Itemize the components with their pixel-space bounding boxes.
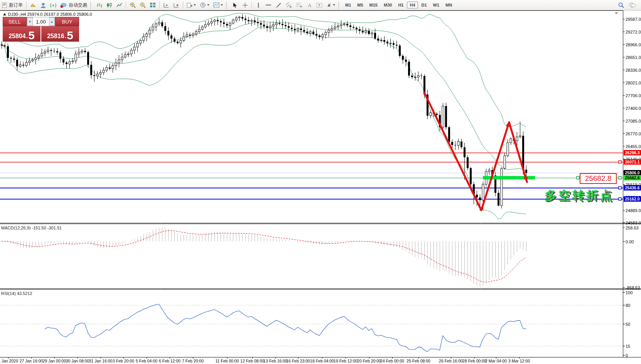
zoom-out-icon bbox=[140, 2, 146, 8]
volume-stepper: ▼ 1.00 ▲ bbox=[27, 17, 55, 26]
timeframe-h1-button[interactable]: H1 bbox=[395, 2, 406, 8]
time-axis-label: 7 Feb 20:00 bbox=[182, 359, 204, 363]
time-axis-label: 12 Feb 08:00 bbox=[240, 359, 264, 363]
trendline-button[interactable] bbox=[274, 1, 283, 9]
volume-input[interactable]: 1.00 bbox=[33, 19, 49, 25]
chevron-down-icon[interactable] bbox=[615, 12, 618, 14]
main-toolbar: 新订单 自动交易 E F A T M1M5M15M30H1H4D1W1MN bbox=[0, 0, 641, 10]
profiles-button[interactable] bbox=[39, 1, 48, 9]
price-level-box[interactable]: 25682.8 bbox=[580, 173, 617, 184]
templates-button[interactable] bbox=[212, 1, 224, 9]
time-axis-label: 3 Mar 12:00 bbox=[508, 359, 530, 363]
zoom-in-button[interactable] bbox=[128, 1, 137, 9]
vertical-line-icon bbox=[256, 2, 260, 8]
add-indicator-icon bbox=[187, 2, 192, 8]
bar-chart-button[interactable] bbox=[94, 1, 104, 9]
search-button[interactable] bbox=[616, 1, 626, 9]
text-button[interactable]: A bbox=[305, 1, 314, 9]
svg-text:T: T bbox=[318, 3, 320, 7]
chat-button[interactable] bbox=[627, 1, 638, 9]
time-axis-label: 29 Jan 00:00 bbox=[43, 359, 66, 363]
crosshair-button[interactable] bbox=[240, 1, 250, 9]
auto-scroll-button[interactable] bbox=[162, 1, 171, 9]
timeframe-m30-button[interactable]: M30 bbox=[381, 2, 395, 8]
time-axis-label: 30 Jan 08:00 bbox=[66, 359, 89, 363]
sell-price-button[interactable]: 25804.5 bbox=[3, 26, 40, 42]
text-label-button[interactable]: T bbox=[315, 1, 324, 9]
timeframe-h4-button[interactable]: H4 bbox=[407, 2, 418, 8]
price-tag-25806.0[interactable]: 25806.0 bbox=[624, 170, 641, 175]
svg-text:F: F bbox=[300, 5, 302, 8]
collapse-panel-icon[interactable] bbox=[3, 13, 6, 15]
buy-button[interactable]: BUY bbox=[55, 17, 79, 26]
price-tag-26298.3[interactable]: 26298.3 bbox=[624, 150, 641, 155]
volume-increase-button[interactable]: ▲ bbox=[49, 17, 55, 26]
timeframe-mn-button[interactable]: MN bbox=[443, 2, 455, 8]
sell-price-pip: 5 bbox=[28, 30, 35, 40]
new-chart-button[interactable] bbox=[29, 1, 38, 9]
timeframe-m15-button[interactable]: M15 bbox=[367, 2, 380, 8]
toolbar-grip bbox=[90, 2, 93, 8]
time-axis-label: 20 Feb 20:00 bbox=[357, 359, 381, 363]
macd-indicator-label: MACD(12,26,9) -151.50 -301.51 bbox=[1, 226, 62, 230]
bar-chart-icon bbox=[96, 2, 102, 8]
zoom-out-button[interactable] bbox=[138, 1, 147, 9]
auto-trading-button[interactable]: 自动交易 bbox=[59, 1, 89, 9]
one-click-trading-panel: SELL ▼ 1.00 ▲ BUY 25804.5 25816.5 bbox=[3, 17, 79, 42]
time-axis-label: 31 Jan 16:00 bbox=[89, 359, 113, 363]
chart-title: DJ30-,H4 25974.0 26197.0 25806.0 25806.0 bbox=[3, 12, 92, 17]
sell-button[interactable]: SELL bbox=[3, 17, 27, 26]
chart-shift-button[interactable] bbox=[172, 1, 181, 9]
new-order-button[interactable]: 新订单 bbox=[0, 1, 24, 9]
buy-price-button[interactable]: 25816.5 bbox=[41, 26, 79, 42]
price-tag-25682.8[interactable]: 25682.8 bbox=[624, 175, 641, 180]
profile-icon bbox=[40, 2, 46, 8]
divider bbox=[159, 2, 160, 8]
auto-scroll-icon bbox=[163, 2, 169, 8]
chat-bubbles-icon bbox=[628, 2, 636, 8]
vline-button[interactable] bbox=[254, 1, 263, 9]
candlestick-icon bbox=[106, 2, 112, 8]
fibonacci-button[interactable]: F bbox=[294, 1, 304, 9]
dropdown-caret-icon bbox=[194, 4, 196, 6]
divider bbox=[183, 2, 183, 8]
turning-point-annotation[interactable]: 多空转折点 bbox=[545, 187, 614, 204]
gold-chart-icon bbox=[30, 2, 36, 8]
price-tag-26071.1[interactable]: 26071.1 bbox=[624, 159, 641, 165]
tile-windows-icon bbox=[150, 2, 156, 8]
text-icon: A bbox=[307, 2, 312, 8]
time-axis-label: 26 Feb 16:00 bbox=[439, 359, 463, 363]
arrows-button[interactable] bbox=[325, 1, 337, 9]
dropdown-caret-icon bbox=[333, 4, 335, 6]
price-tag-25162.0[interactable]: 25162.0 bbox=[624, 196, 641, 202]
buy-price-pip: 5 bbox=[67, 30, 73, 40]
volume-decrease-button[interactable]: ▼ bbox=[27, 17, 33, 26]
tile-windows-button[interactable] bbox=[148, 1, 157, 9]
chart-title-text: DJ30-,H4 25974.0 26197.0 25806.0 25806.0 bbox=[8, 12, 92, 17]
timeframe-w1-button[interactable]: W1 bbox=[430, 2, 442, 8]
fibonacci-icon: F bbox=[296, 2, 302, 8]
timeframe-m5-button[interactable]: M5 bbox=[354, 2, 366, 8]
clock-icon bbox=[200, 2, 206, 8]
timeframe-d1-button[interactable]: D1 bbox=[419, 2, 430, 8]
svg-text:E: E bbox=[290, 5, 292, 8]
signals-button[interactable] bbox=[49, 1, 58, 9]
svg-text:A: A bbox=[308, 2, 312, 8]
divider bbox=[251, 2, 252, 8]
price-tag-25436.6[interactable]: 25436.6 bbox=[624, 185, 641, 190]
line-chart-button[interactable] bbox=[115, 1, 124, 9]
horizontal-line-icon bbox=[265, 3, 272, 7]
rsi-indicator-label: RSI(14) 43.5212 bbox=[1, 291, 32, 296]
time-axis-label: 18 Feb 04:00 bbox=[310, 359, 334, 363]
toolbar-grip bbox=[338, 2, 341, 8]
candle-chart-button[interactable] bbox=[105, 1, 114, 9]
sell-price-main: 25804 bbox=[8, 32, 26, 40]
price-chart-canvas[interactable] bbox=[0, 0, 641, 364]
channel-button[interactable]: E bbox=[284, 1, 294, 9]
indicators-button[interactable] bbox=[185, 1, 197, 9]
cursor-button[interactable] bbox=[230, 1, 240, 9]
text-label-icon: T bbox=[316, 2, 322, 8]
periods-button[interactable] bbox=[198, 1, 211, 9]
hline-button[interactable] bbox=[264, 1, 273, 9]
timeframe-m1-button[interactable]: M1 bbox=[342, 2, 354, 8]
